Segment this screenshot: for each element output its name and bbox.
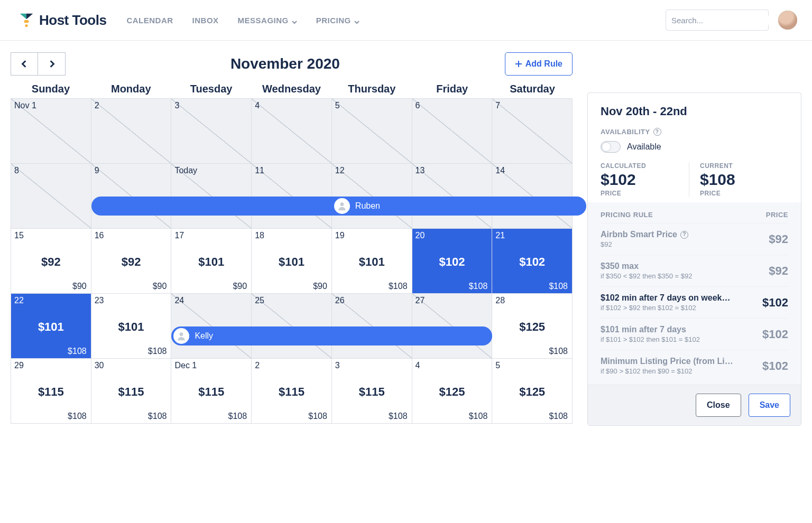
rule-condition: $92	[601, 240, 688, 248]
rules-head-price: PRICE	[766, 211, 788, 219]
calendar-cell[interactable]: 7	[492, 99, 573, 164]
day-number: 5	[335, 101, 340, 110]
pricing-panel: Nov 20th - 22nd AVAILABILITY ? Available…	[587, 92, 801, 426]
calendar: November 2020 Add Rule SundayMondayTuesd…	[11, 52, 573, 424]
calendar-cell[interactable]: 15$92$90	[11, 229, 91, 294]
day-number: 3	[335, 361, 340, 370]
calendar-cell[interactable]: Dec 1$115$108	[171, 359, 252, 424]
search-input-wrap[interactable]	[666, 10, 769, 31]
day-subprice: $108	[148, 412, 167, 421]
rule-price: $92	[769, 264, 788, 278]
guest-avatar-icon	[334, 198, 350, 214]
calendar-cell[interactable]: 18$101$90	[252, 229, 332, 294]
day-number: 12	[335, 166, 345, 175]
svg-rect-2	[24, 20, 29, 23]
day-number: 22	[14, 296, 24, 305]
calendar-cell[interactable]: 20$102$108	[412, 229, 493, 294]
day-price: $101	[332, 255, 412, 269]
weekday: Sunday	[11, 83, 91, 98]
calendar-cell[interactable]: 2$115$108	[252, 359, 332, 424]
booking-bar[interactable]: Kelly	[171, 326, 492, 345]
day-subprice: $108	[68, 412, 87, 421]
day-price: $115	[252, 385, 331, 399]
close-button[interactable]: Close	[696, 394, 741, 417]
save-button[interactable]: Save	[749, 394, 790, 417]
day-number: 30	[95, 361, 104, 370]
calendar-cell[interactable]: 5	[332, 99, 412, 164]
calendar-cell[interactable]: 23$101$108	[91, 294, 172, 359]
rule-name: Airbnb Smart Price ?	[601, 230, 688, 239]
day-subprice: $90	[313, 282, 327, 291]
chevron-down-icon	[354, 17, 359, 23]
day-price: $102	[492, 255, 572, 269]
day-number: 28	[495, 296, 505, 305]
guest-name: Kelly	[195, 331, 213, 341]
calendar-cell[interactable]: Nov 1	[11, 99, 91, 164]
brand[interactable]: Host Tools	[19, 12, 106, 29]
pricing-rule-row[interactable]: $101 min after 7 daysif $101 > $102 then…	[601, 318, 788, 350]
calculated-label: CALCULATED	[601, 162, 678, 170]
calendar-cell[interactable]: 29$115$108	[11, 359, 91, 424]
next-month-button[interactable]	[38, 52, 66, 76]
weekday: Friday	[412, 83, 492, 98]
help-icon[interactable]: ?	[653, 128, 661, 136]
day-number: 7	[495, 101, 500, 110]
calendar-cell[interactable]: 4	[252, 99, 332, 164]
calendar-cell[interactable]: 5$125$108	[492, 359, 573, 424]
day-number: 9	[95, 166, 99, 175]
day-subprice: $108	[228, 412, 247, 421]
day-number: 4	[255, 101, 260, 110]
calendar-cell[interactable]: 17$101$90	[171, 229, 252, 294]
calendar-cell[interactable]: 22$101$108	[11, 294, 91, 359]
nav-pricing[interactable]: PRICING	[316, 16, 359, 25]
calendar-cell[interactable]: 3$115$108	[332, 359, 412, 424]
pricing-rule-row[interactable]: Minimum Listing Price (from Li…if $90 > …	[601, 350, 788, 381]
brand-text: Host Tools	[39, 12, 106, 29]
nav-calendar[interactable]: CALENDAR	[126, 16, 173, 25]
calendar-cell[interactable]: 16$92$90	[91, 229, 172, 294]
pricing-rule-row[interactable]: Airbnb Smart Price ?$92$92	[601, 223, 788, 255]
prev-month-button[interactable]	[11, 52, 38, 76]
rule-name: $102 min after 7 days on week…	[601, 293, 730, 303]
availability-toggle[interactable]	[601, 141, 621, 153]
calendar-cell[interactable]: 28$125$108	[492, 294, 573, 359]
day-price: $125	[492, 385, 572, 399]
pricing-rule-row[interactable]: $102 min after 7 days on week…if $102 > …	[601, 286, 788, 318]
day-number: Dec 1	[174, 361, 197, 370]
nav-inbox[interactable]: INBOX	[192, 16, 219, 25]
calendar-cell[interactable]: 6	[412, 99, 493, 164]
weekday: Thursday	[331, 83, 412, 98]
calendar-cell[interactable]: 4$125$108	[412, 359, 493, 424]
booking-bar[interactable]: Ruben	[91, 197, 586, 216]
nav-messaging[interactable]: MESSAGING	[238, 16, 297, 25]
guest-avatar-icon	[173, 328, 189, 344]
day-subprice: $108	[308, 412, 327, 421]
day-subprice: $108	[389, 282, 408, 291]
day-price: $115	[171, 385, 251, 399]
day-subprice: $108	[549, 282, 568, 291]
help-icon[interactable]: ?	[680, 231, 688, 239]
svg-point-8	[340, 202, 344, 206]
pricing-rule-row[interactable]: $350 maxif $350 < $92 then $350 = $92$92	[601, 255, 788, 286]
day-number: 11	[255, 166, 264, 175]
svg-marker-1	[26, 14, 33, 20]
day-price: $101	[91, 320, 171, 334]
day-subprice: $90	[72, 282, 87, 291]
day-number: 27	[416, 296, 425, 305]
weekday: Tuesday	[171, 83, 252, 98]
day-subprice: $90	[233, 282, 247, 291]
day-price: $101	[171, 255, 251, 269]
add-rule-button[interactable]: Add Rule	[505, 52, 573, 76]
calendar-cell[interactable]: 3	[171, 99, 252, 164]
calendar-cell[interactable]: 21$102$108	[492, 229, 573, 294]
calendar-cell[interactable]: 8	[11, 164, 91, 229]
user-avatar[interactable]	[778, 11, 797, 30]
search-input[interactable]	[671, 16, 772, 25]
month-title: November 2020	[66, 55, 505, 72]
calculated-sub: PRICE	[601, 190, 678, 197]
day-number: 8	[14, 166, 19, 175]
calendar-cell[interactable]: 30$115$108	[91, 359, 172, 424]
calculated-value: $102	[601, 171, 678, 189]
calendar-cell[interactable]: 19$101$108	[332, 229, 412, 294]
calendar-cell[interactable]: 2	[91, 99, 172, 164]
